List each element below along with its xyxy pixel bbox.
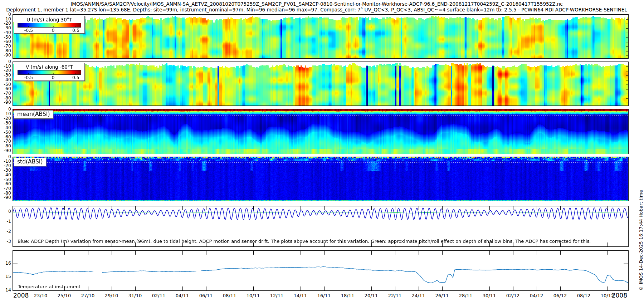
- y-tick-label: 0: [8, 209, 11, 214]
- imos-watermark: © IMOS 14-Dec-2025 16:17:44 Hobart time: [638, 190, 644, 291]
- x-tick-label: 25/10: [58, 293, 71, 298]
- depth-variation-caption: Blue: ADCP Depth (m) variation from sens…: [18, 239, 591, 244]
- x-axis-year-left: 2008: [13, 292, 29, 299]
- y-tick-label: -90: [4, 148, 11, 153]
- x-tick-label: 28/11: [459, 293, 472, 298]
- panel-u-velocity-heatmap: U (m/s) along 30°T -0.5 0 0.5: [13, 14, 629, 59]
- colorbar-tick-label: 0: [52, 28, 55, 33]
- u-colorbar-ticks: -0.5 0 0.5: [18, 27, 81, 33]
- temperature-canvas: [13, 251, 628, 290]
- y-tick-label: -3: [7, 239, 11, 244]
- mean-absi-label: mean(ABSI): [14, 110, 53, 119]
- y-tick-label: 16: [5, 261, 11, 266]
- y-tick-label: 15: [5, 274, 11, 279]
- u-legend-title: U (m/s) along 30°T: [16, 16, 83, 23]
- x-tick-label: 06/12: [553, 293, 567, 298]
- y-tick-label: -90: [4, 195, 11, 200]
- v-colorbar-legend: V (m/s) along -60°T -0.5 0 0.5: [14, 63, 85, 81]
- temperature-label: Temperature at instrument: [18, 284, 80, 289]
- x-tick-label: 31/10: [128, 293, 142, 298]
- u-colorbar-wrap: -0.5 0 0.5: [18, 23, 81, 33]
- x-tick-label: 08/11: [223, 293, 236, 298]
- y-axis-depth-labels-u: 0-10-20-30-40-50-60-70-80-90: [0, 14, 12, 59]
- x-tick-label: 22/11: [388, 293, 401, 298]
- x-axis-date-labels: 2008 2008 23/1025/1027/1029/1031/1002/11…: [13, 291, 629, 301]
- panel-temperature: Temperature at instrument: [13, 250, 629, 291]
- x-tick-label: 14/11: [294, 293, 307, 298]
- y-tick-label: -90: [4, 53, 11, 58]
- x-tick-label: 23/10: [34, 293, 47, 298]
- panel-std-absi-heatmap: std(ABSI): [13, 157, 629, 201]
- x-tick-label: 02/12: [506, 293, 519, 298]
- x-tick-label: 10/11: [247, 293, 260, 298]
- v-heatmap-canvas: [13, 62, 628, 106]
- x-tick-label: 02/11: [152, 293, 165, 298]
- u-heatmap-canvas: [13, 15, 628, 58]
- u-colorbar-legend: U (m/s) along 30°T -0.5 0 0.5: [14, 16, 85, 34]
- colorbar-tick-label: -0.5: [24, 75, 33, 80]
- colorbar-tick-label: 0.5: [72, 75, 79, 80]
- y-axis-depth-labels-v: 0-10-20-30-40-50-60-70-80-90: [0, 62, 12, 106]
- x-tick-label: 12/11: [270, 293, 283, 298]
- panel-adcp-depth-variation: Blue: ADCP Depth (m) variation from sens…: [13, 206, 629, 247]
- x-tick-label: 26/11: [435, 293, 449, 298]
- y-axis-depth-labels-mean-absi: 0-10-20-30-40-50-60-70-80-90: [0, 109, 12, 154]
- x-tick-label: 18/11: [341, 293, 354, 298]
- x-tick-label: 04/12: [530, 293, 543, 298]
- x-tick-label: 10/12: [601, 293, 614, 298]
- figure-subtitle-deployment: Deployment 1, member 1 lat=35.27S lon=13…: [0, 7, 633, 13]
- x-tick-label: 04/11: [176, 293, 189, 298]
- x-tick-label: 29/10: [105, 293, 118, 298]
- x-tick-label: 27/10: [81, 293, 94, 298]
- std-absi-heatmap-canvas: [13, 157, 628, 201]
- panel-v-velocity-heatmap: V (m/s) along -60°T -0.5 0 0.5: [13, 62, 629, 106]
- panel-mean-absi-heatmap: mean(ABSI): [13, 109, 629, 154]
- x-tick-label: 16/11: [317, 293, 331, 298]
- figure-root: IMOS/ANMN/SA/SAM2CP/Velocity/IMOS_ANMN-S…: [0, 0, 644, 304]
- colorbar-tick-label: -0.5: [24, 28, 33, 33]
- std-absi-label: std(ABSI): [14, 158, 46, 166]
- v-colorbar-ticks: -0.5 0 0.5: [18, 74, 81, 80]
- colorbar-tick-label: 0: [52, 75, 55, 80]
- x-tick-label: 24/11: [412, 293, 425, 298]
- y-axis-labels-temperature: 141516: [0, 250, 12, 291]
- y-axis-depth-labels-std-absi: 0-10-20-30-40-50-60-70-80-90: [0, 157, 12, 201]
- v-colorbar-wrap: -0.5 0 0.5: [18, 70, 81, 80]
- colorbar-tick-label: 0.5: [72, 28, 79, 33]
- v-legend-title: V (m/s) along -60°T: [16, 64, 83, 70]
- jet-colorbar: [18, 23, 81, 27]
- x-tick-label: 06/11: [199, 293, 213, 298]
- x-tick-label: 08/12: [577, 293, 590, 298]
- y-axis-labels-depth-variation: 0-1-2-3: [0, 206, 12, 247]
- y-tick-label: -2: [7, 229, 11, 234]
- y-tick-label: -90: [4, 100, 11, 105]
- mean-absi-heatmap-canvas: [13, 109, 628, 154]
- x-tick-label: 30/11: [483, 293, 496, 298]
- figure-title-filename: IMOS/ANMN/SA/SAM2CP/Velocity/IMOS_ANMN-S…: [0, 1, 633, 7]
- y-tick-label: 14: [5, 288, 11, 293]
- jet-colorbar: [18, 70, 81, 74]
- y-tick-label: -1: [7, 219, 11, 224]
- x-tick-label: 20/11: [365, 293, 378, 298]
